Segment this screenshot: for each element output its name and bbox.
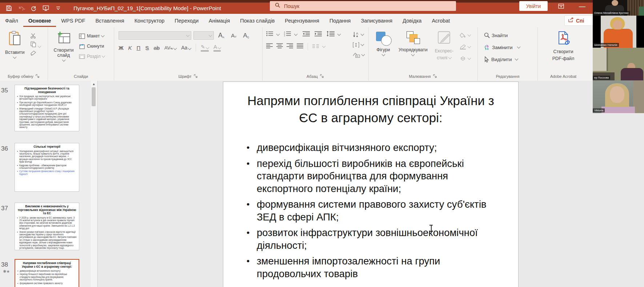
tab-довідка[interactable]: Довідка [397,15,427,27]
strikethrough-button[interactable]: ab [153,45,160,51]
create-pdf-label-2: PDF-файл [552,56,575,61]
tab-анімація[interactable]: Анімація [204,15,235,27]
align-center-button[interactable] [276,43,283,50]
slide-title[interactable]: Напрями поглиблення співпраці України з … [223,92,518,126]
tab-wps-pdf[interactable]: WPS PDF [56,15,90,27]
tab-переходи[interactable]: Переходи [169,15,204,27]
slide-bullet[interactable]: •зменшення імпортозалежності на групи пр… [247,255,504,280]
select-button[interactable]: Виділити [483,55,519,64]
shape-effects-button[interactable] [459,54,472,63]
find-button[interactable]: Знайти [483,31,509,40]
justify-button[interactable] [297,43,303,50]
text-shadow-button[interactable]: S [145,45,149,51]
columns-button[interactable] [312,43,319,50]
participant-video-4[interactable]: Viktoria [593,80,644,113]
customize-qat-icon[interactable] [55,5,62,12]
redo-icon[interactable] [30,5,37,12]
new-slide-button[interactable]: Створити слайд [50,30,77,62]
font-dialog-launcher-icon[interactable] [194,74,198,79]
clipboard-dialog-launcher-icon[interactable] [36,74,40,79]
font-name-combobox[interactable] [119,31,191,40]
decrease-indent-button[interactable] [303,31,310,38]
tab-подання[interactable]: Подання [324,15,356,27]
italic-button[interactable]: K [128,45,132,51]
start-slideshow-icon[interactable] [42,5,49,12]
slide-bullet[interactable]: •перехід більшості виробників на європей… [247,158,504,195]
paragraph-dialog-launcher-icon[interactable] [320,74,324,79]
increase-indent-button[interactable] [315,31,322,38]
bullets-button[interactable] [266,31,273,38]
group-drawing: Фігури Упорядкувати Експрес- стилі [369,27,478,81]
slide-bullet[interactable]: •розвиток інфраструктури зовнішньоеконом… [247,227,504,252]
format-painter-icon[interactable] [28,49,43,56]
convert-to-smartart-button[interactable] [352,51,365,59]
section-button[interactable]: Розділ [78,52,106,61]
tab-вставлення[interactable]: Вставлення [90,15,129,27]
ribbon-display-options-icon[interactable] [556,1,566,11]
copy-icon[interactable] [28,41,43,48]
drawing-dialog-launcher-icon[interactable] [433,74,437,79]
save-icon[interactable] [5,5,12,12]
tab-рецензування[interactable]: Рецензування [280,15,324,27]
scrollbar-thumb[interactable] [92,87,96,106]
line-spacing-button[interactable] [327,31,335,38]
paste-button[interactable]: Вставити [3,30,27,59]
underline-button[interactable]: П [137,45,141,51]
tab-acrobat[interactable]: Acrobat [427,15,455,27]
create-pdf-button[interactable]: Створити PDF-файл [550,30,577,62]
cut-icon[interactable] [28,32,43,39]
character-spacing-button[interactable]: AV⇆ [164,45,176,51]
thumbnail-bullet: •формування системи правового захисту [17,282,76,284]
tab-основне[interactable]: Основне [23,15,56,27]
bold-button[interactable]: Ж [119,45,124,51]
layout-button[interactable]: Макет [78,32,106,40]
share-icon [568,17,574,24]
scrollbar-up-arrow-icon[interactable]: ▲ [91,81,97,87]
participant-video-3[interactable]: ер Посоова [593,48,644,80]
participant-video-2[interactable]: Шевченко Наталія [593,16,644,48]
slide-body[interactable]: •диверсифікація вітчизняного експорту;•п… [223,141,518,280]
create-pdf-icon [556,31,571,47]
group-label-editing: Редагування [496,74,520,79]
slide-thumbnail-38[interactable]: Напрями поглиблення співпраці України з … [15,259,79,287]
slide-bullet[interactable]: •диверсифікація вітчизняного експорту; [247,141,504,154]
tab-файл[interactable]: Файл [0,15,23,27]
quick-styles-button[interactable]: Експрес- стилі [433,30,456,61]
share-button[interactable]: Спі [564,15,596,26]
tab-показ-слайдів[interactable]: Показ слайдів [235,15,280,27]
font-color-button[interactable]: A [213,44,221,52]
reset-button[interactable]: Скинути [78,42,106,51]
change-case-button[interactable]: Aa [181,45,191,51]
thumbnail-number-36: 36 [1,145,8,152]
group-label-slides: Слайди [74,74,88,79]
sign-in-button[interactable]: Увійти [519,1,548,11]
numbering-button[interactable]: 123 [284,31,291,38]
participant-video-1[interactable]: Олена Михайлівна Кротикс [593,0,644,16]
slide-thumbnail-37[interactable]: Викликом є невизначеність у торговельних… [15,203,79,250]
thumbnail-bullet: •Ускладнення демографічної ситуації: зме… [17,150,77,163]
font-size-combobox[interactable] [193,31,214,40]
text-direction-button[interactable]: A [352,30,365,39]
decrease-font-size-button[interactable]: A˅ [229,32,239,39]
tab-записування[interactable]: Записування [356,15,397,27]
slide-thumbnail-36[interactable]: Сільські території•Ускладнення демографі… [15,143,79,192]
slide-bullet[interactable]: •формування системи правового захисту су… [247,198,504,223]
shape-outline-button[interactable] [459,43,472,51]
increase-font-size-button[interactable]: A˄ [216,31,227,40]
bullet-marker: • [247,227,251,252]
shape-fill-button[interactable] [459,31,472,40]
slide-thumbnail-35[interactable]: Підтвердження безпечності та походження•… [15,85,79,131]
thumbnail-scrollbar[interactable]: ▲ [91,81,97,287]
arrange-button[interactable]: Упорядкувати [396,30,430,56]
clear-formatting-button[interactable]: A◊ [241,31,251,40]
highlight-color-button[interactable]: ✎ [201,44,209,52]
search-box[interactable]: Пошук [270,1,456,11]
shapes-button[interactable]: Фігури [373,30,393,56]
align-text-button[interactable] [352,40,365,49]
tab-конструктор[interactable]: Конструктор [129,15,170,27]
minimize-button[interactable]: — [577,1,587,11]
align-left-button[interactable] [266,43,273,50]
replace-button[interactable]: bc Замінити [483,43,521,52]
align-right-button[interactable] [287,43,293,50]
slide-canvas[interactable]: Напрями поглиблення співпраці України з … [223,81,519,287]
